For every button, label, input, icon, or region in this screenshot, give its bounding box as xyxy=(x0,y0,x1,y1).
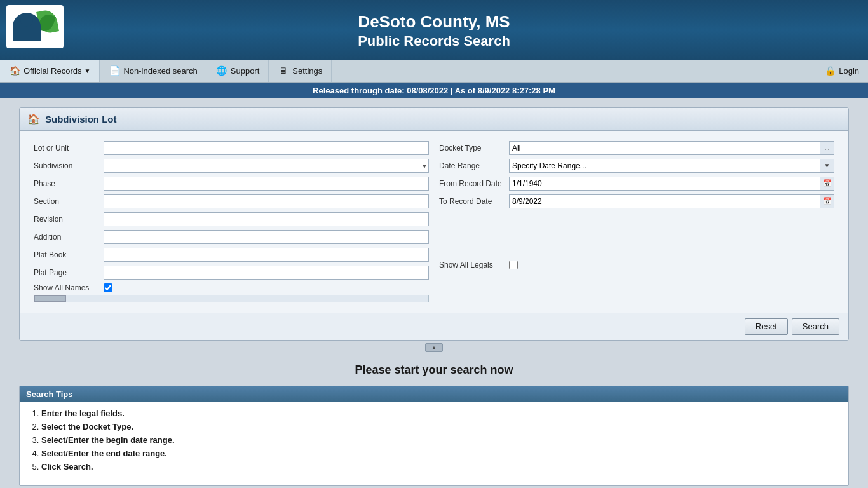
plat-book-label: Plat Book xyxy=(34,250,104,259)
subdivision-row: Subdivision ▼ xyxy=(34,159,429,173)
show-all-names-label: Show All Names xyxy=(34,283,104,292)
to-record-date-row: To Record Date 📅 xyxy=(439,194,834,208)
subdivision-select[interactable] xyxy=(104,159,429,173)
show-all-legals-row: Show All Legals xyxy=(439,261,834,269)
phase-label: Phase xyxy=(34,179,104,188)
official-records-icon: 🏠 xyxy=(9,65,20,76)
date-range-label: Date Range xyxy=(439,161,509,170)
to-record-date-calendar-button[interactable]: 📅 xyxy=(820,194,834,208)
form-title-house-icon: 🏠 xyxy=(27,113,40,125)
date-range-wrapper: Specify Date Range... All ▼ xyxy=(509,159,834,173)
search-start-text: Please start your search now xyxy=(355,363,513,376)
content-area: 🏠 Subdivision Lot Lot or Unit Subdivisio… xyxy=(0,98,868,488)
to-record-date-wrapper: 📅 xyxy=(509,194,834,208)
plat-page-row: Plat Page xyxy=(34,266,429,280)
login-icon: 🔒 xyxy=(824,65,836,76)
subdivision-select-wrapper: ▼ xyxy=(104,159,429,173)
form-title-label: Subdivision Lot xyxy=(45,114,117,125)
support-icon: 🌐 xyxy=(216,65,227,76)
section-label: Section xyxy=(34,197,104,206)
phase-input[interactable] xyxy=(104,177,429,191)
navbar: 🏠 Official Records ▼ 📄 Non-indexed searc… xyxy=(0,60,868,83)
addition-label: Addition xyxy=(34,233,104,241)
collapse-handle-area: ▲ xyxy=(19,343,849,352)
from-record-date-row: From Record Date 📅 xyxy=(439,177,834,191)
show-all-names-checkbox[interactable] xyxy=(104,283,112,292)
nav-official-records[interactable]: 🏠 Official Records ▼ xyxy=(0,60,100,82)
non-indexed-search-icon: 📄 xyxy=(109,65,120,76)
logo xyxy=(6,5,64,48)
form-panel: 🏠 Subdivision Lot Lot or Unit Subdivisio… xyxy=(19,107,849,341)
revision-label: Revision xyxy=(34,215,104,224)
show-all-legals-label: Show All Legals xyxy=(439,261,509,269)
search-tips-body: Enter the legal fields. Select the Docke… xyxy=(20,402,848,485)
search-tip-5: Click Search. xyxy=(41,462,838,471)
form-body: Lot or Unit Subdivision ▼ Phas xyxy=(20,131,848,313)
form-grid: Lot or Unit Subdivision ▼ Phas xyxy=(29,139,839,305)
search-tip-4: Select/Enter the end date range. xyxy=(41,449,838,458)
from-record-date-wrapper: 📅 xyxy=(509,177,834,191)
subdivision-label: Subdivision xyxy=(34,161,104,170)
docket-type-button[interactable]: ... xyxy=(820,141,834,155)
nav-non-indexed-search[interactable]: 📄 Non-indexed search xyxy=(100,60,207,82)
settings-icon: 🖥 xyxy=(278,65,289,76)
from-record-date-label: From Record Date xyxy=(439,179,509,188)
release-bar: Released through date: 08/08/2022 | As o… xyxy=(0,83,868,98)
search-tip-1: Enter the legal fields. xyxy=(41,409,838,418)
to-record-date-label: To Record Date xyxy=(439,197,509,206)
plat-book-input[interactable] xyxy=(104,248,429,262)
search-tips-panel: Search Tips Enter the legal fields. Sele… xyxy=(19,386,849,486)
revision-row: Revision xyxy=(34,212,429,226)
from-record-date-calendar-button[interactable]: 📅 xyxy=(820,177,834,191)
search-button[interactable]: Search xyxy=(792,318,839,335)
docket-type-input[interactable] xyxy=(509,141,820,155)
date-range-arrow[interactable]: ▼ xyxy=(820,159,834,173)
search-start-message: Please start your search now xyxy=(19,355,849,382)
nav-support-label: Support xyxy=(231,66,260,76)
reset-button[interactable]: Reset xyxy=(745,318,788,335)
logo-dome xyxy=(20,14,33,27)
form-right-column: Docket Type ... Date Range Specify Date … xyxy=(434,139,839,305)
nav-support[interactable]: 🌐 Support xyxy=(207,60,269,82)
collapse-button[interactable]: ▲ xyxy=(425,343,443,352)
date-range-select[interactable]: Specify Date Range... All xyxy=(509,159,820,173)
page-header: DeSoto County, MS Public Records Search xyxy=(0,0,868,60)
form-left-column: Lot or Unit Subdivision ▼ Phas xyxy=(29,139,434,305)
section-input[interactable] xyxy=(104,194,429,208)
search-tips-header: Search Tips xyxy=(20,386,848,402)
lot-or-unit-input[interactable] xyxy=(104,141,429,155)
plat-page-input[interactable] xyxy=(104,266,429,280)
plat-page-label: Plat Page xyxy=(34,268,104,277)
release-bar-text: Released through date: 08/08/2022 | As o… xyxy=(313,86,555,95)
header-title-line2: Public Records Search xyxy=(0,33,868,50)
docket-type-wrapper: ... xyxy=(509,141,834,155)
header-title-line1: DeSoto County, MS xyxy=(0,11,868,33)
left-scrollbar[interactable] xyxy=(34,295,429,302)
revision-input[interactable] xyxy=(104,212,429,226)
addition-input[interactable] xyxy=(104,230,429,244)
search-tip-3: Select/Enter the begin date range. xyxy=(41,435,838,445)
search-tip-2: Select the Docket Type. xyxy=(41,422,838,431)
lot-or-unit-label: Lot or Unit xyxy=(34,144,104,152)
search-tips-list: Enter the legal fields. Select the Docke… xyxy=(30,409,838,471)
to-record-date-input[interactable] xyxy=(509,194,820,208)
nav-settings[interactable]: 🖥 Settings xyxy=(269,60,332,82)
form-footer: Reset Search xyxy=(20,313,848,340)
docket-type-row: Docket Type ... xyxy=(439,141,834,155)
show-all-legals-checkbox[interactable] xyxy=(509,261,518,269)
docket-type-label: Docket Type xyxy=(439,144,509,152)
nav-login-label: Login xyxy=(839,66,859,76)
phase-row: Phase xyxy=(34,177,429,191)
nav-login[interactable]: 🔒 Login xyxy=(815,61,868,80)
date-range-row: Date Range Specify Date Range... All ▼ xyxy=(439,159,834,173)
form-panel-title: 🏠 Subdivision Lot xyxy=(20,108,848,131)
nav-non-indexed-search-label: Non-indexed search xyxy=(123,66,197,76)
official-records-dropdown-arrow: ▼ xyxy=(85,67,91,74)
addition-row: Addition xyxy=(34,230,429,244)
section-row: Section xyxy=(34,194,429,208)
plat-book-row: Plat Book xyxy=(34,248,429,262)
lot-or-unit-row: Lot or Unit xyxy=(34,141,429,155)
from-record-date-input[interactable] xyxy=(509,177,820,191)
show-all-names-row: Show All Names xyxy=(34,283,429,292)
nav-official-records-label: Official Records xyxy=(24,66,82,76)
